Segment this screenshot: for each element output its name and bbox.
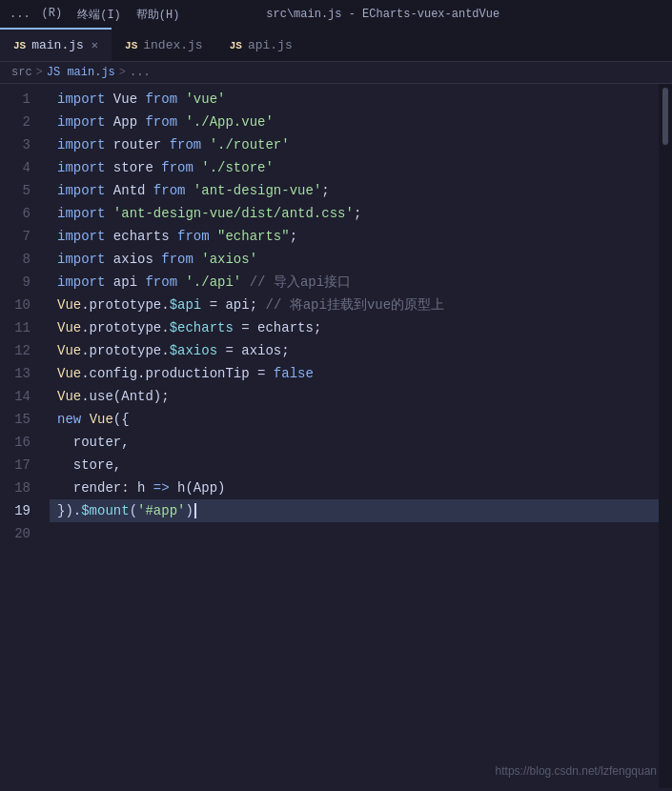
js-icon-api: JS	[230, 40, 242, 51]
ln-16: 16	[0, 431, 46, 454]
code-line-4: import store from './store'	[50, 156, 659, 179]
ln-17: 17	[0, 454, 46, 477]
scrollbar-thumb[interactable]	[662, 88, 668, 145]
ln-18: 18	[0, 477, 46, 499]
code-line-20	[50, 522, 659, 545]
tabs-bar: JS main.js ✕ JS index.js JS api.js	[0, 29, 672, 62]
title-bar-left: ... (R) 终端(I) 帮助(H)	[10, 7, 179, 23]
ln-8: 8	[0, 248, 46, 271]
ln-5: 5	[0, 179, 46, 202]
code-line-6: import 'ant-design-vue/dist/antd.css';	[50, 202, 659, 225]
editor: 1 2 3 4 5 6 7 8 9 10 11 12 13 14 15 16 1…	[0, 84, 672, 788]
ln-7: 7	[0, 225, 46, 248]
breadcrumb-dots: ...	[130, 66, 151, 79]
code-line-2: import App from './App.vue'	[50, 111, 659, 133]
tab-index-js[interactable]: JS index.js	[112, 28, 216, 61]
code-line-11: Vue.prototype.$echarts = echarts;	[50, 316, 659, 339]
code-line-3: import router from './router'	[50, 133, 659, 156]
code-line-18: render: h => h(App)	[50, 477, 659, 499]
menu-item-terminal[interactable]: 终端(I)	[77, 7, 121, 23]
window-title: src\main.js - ECharts-vuex-antdVue	[179, 8, 586, 21]
ln-12: 12	[0, 339, 46, 362]
tab-label-api: api.js	[248, 38, 293, 52]
js-icon-index: JS	[125, 40, 137, 51]
line-numbers: 1 2 3 4 5 6 7 8 9 10 11 12 13 14 15 16 1…	[0, 84, 46, 788]
tab-main-js[interactable]: JS main.js ✕	[0, 28, 112, 61]
ln-3: 3	[0, 133, 46, 156]
code-line-16: router,	[50, 431, 659, 454]
title-bar-menu: (R) 终端(I) 帮助(H)	[42, 7, 180, 23]
ln-10: 10	[0, 294, 46, 316]
ln-15: 15	[0, 408, 46, 431]
watermark: https://blog.csdn.net/lzfengquan	[496, 764, 657, 778]
menu-item-help[interactable]: 帮助(H)	[136, 7, 180, 23]
tab-label-main: main.js	[31, 38, 84, 52]
ln-4: 4	[0, 156, 46, 179]
ln-6: 6	[0, 202, 46, 225]
tab-close-main[interactable]: ✕	[92, 38, 98, 52]
ln-20: 20	[0, 522, 46, 545]
breadcrumb-file: JS main.js	[47, 66, 115, 79]
code-line-10: Vue.prototype.$api = api; // 将api挂载到vue的…	[50, 294, 659, 316]
code-line-5: import Antd from 'ant-design-vue';	[50, 179, 659, 202]
ln-11: 11	[0, 316, 46, 339]
breadcrumb: src > JS main.js > ...	[0, 62, 672, 84]
code-line-13: Vue.config.productionTip = false	[50, 362, 659, 385]
code-line-15: new Vue({	[50, 408, 659, 431]
code-line-12: Vue.prototype.$axios = axios;	[50, 339, 659, 362]
code-line-19: }).$mount('#app')	[50, 499, 659, 522]
code-line-7: import echarts from "echarts";	[50, 225, 659, 248]
ln-19: 19	[0, 499, 46, 522]
breadcrumb-sep1: >	[36, 66, 43, 79]
title-bar: ... (R) 终端(I) 帮助(H) src\main.js - EChart…	[0, 0, 672, 29]
code-area[interactable]: import Vue from 'vue' import App from '.…	[46, 84, 659, 788]
code-line-9: import api from './api' // 导入api接口	[50, 271, 659, 294]
breadcrumb-src: src	[11, 66, 32, 79]
code-line-1: import Vue from 'vue'	[50, 88, 659, 111]
tab-api-js[interactable]: JS api.js	[216, 28, 306, 61]
ln-14: 14	[0, 385, 46, 408]
ln-2: 2	[0, 111, 46, 133]
code-line-17: store,	[50, 454, 659, 477]
code-line-8: import axios from 'axios'	[50, 248, 659, 271]
code-line-14: Vue.use(Antd);	[50, 385, 659, 408]
ln-9: 9	[0, 271, 46, 294]
ln-13: 13	[0, 362, 46, 385]
js-icon-main: JS	[13, 40, 26, 51]
tab-label-index: index.js	[143, 38, 202, 52]
scrollbar[interactable]	[659, 84, 672, 788]
menu-item-r[interactable]: (R)	[42, 7, 63, 23]
title-bar-ellipsis: ...	[10, 8, 31, 21]
ln-1: 1	[0, 88, 46, 111]
breadcrumb-sep2: >	[119, 66, 126, 79]
